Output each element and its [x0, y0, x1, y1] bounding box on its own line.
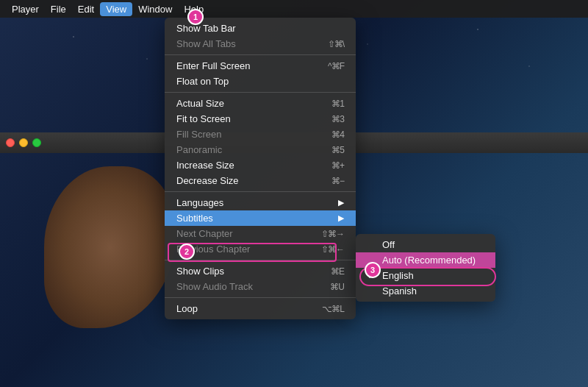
menu-shortcut: ⇧⌘\	[328, 39, 344, 49]
menu-label: Panoramic	[176, 144, 222, 155]
menu-shortcut: ^⌘F	[328, 61, 344, 71]
menu-item-fill-screen: Fill Screen ⌘4	[165, 127, 356, 142]
menu-item-fit-to-screen[interactable]: Fit to Screen ⌘3	[165, 111, 356, 127]
menu-separator-3	[165, 191, 356, 192]
submenu-label: Spanish	[382, 285, 417, 297]
menu-label: Subtitles	[176, 213, 213, 224]
menu-shortcut: ⌘5	[331, 145, 344, 155]
menu-item-show-clips[interactable]: Show Clips ⌘E	[165, 263, 356, 279]
menu-label: Show Audio Track	[176, 281, 253, 292]
menu-label: Show All Tabs	[176, 38, 236, 49]
menu-label: Actual Size	[176, 98, 224, 109]
menu-shortcut: ⌘3	[331, 114, 344, 124]
traffic-light-yellow[interactable]	[19, 138, 28, 147]
menu-shortcut: ⌘E	[331, 266, 344, 277]
languages-arrow-icon: ▶	[338, 198, 344, 207]
menu-label: Enter Full Screen	[176, 60, 250, 71]
menu-item-actual-size[interactable]: Actual Size ⌘1	[165, 96, 356, 111]
traffic-light-green[interactable]	[32, 138, 41, 147]
menu-separator-5	[165, 297, 356, 298]
menu-shortcut: ⌥⌘L	[322, 304, 344, 314]
menu-item-loop[interactable]: Loop ⌥⌘L	[165, 301, 356, 316]
submenu-item-off[interactable]: Off	[356, 237, 495, 252]
step-2-indicator: 2	[179, 244, 195, 260]
menubar-item-edit[interactable]: Edit	[72, 2, 100, 16]
menu-shortcut: ⌘4	[331, 129, 344, 140]
menu-item-float-on-top[interactable]: Float on Top	[165, 74, 356, 89]
menu-shortcut: ⇧⌘←	[321, 244, 344, 255]
menu-shortcut: ⇧⌘→	[321, 229, 344, 239]
menu-label: Show Tab Bar	[176, 23, 236, 34]
menu-item-decrease-size[interactable]: Decrease Size ⌘−	[165, 173, 356, 188]
menu-item-show-all-tabs: Show All Tabs ⇧⌘\	[165, 36, 356, 52]
submenu-label: Auto (Recommended)	[382, 255, 476, 266]
view-dropdown-menu: Show Tab Bar Show All Tabs ⇧⌘\ Enter Ful…	[165, 18, 356, 319]
menu-label: Languages	[176, 197, 223, 208]
menu-label: Show Clips	[176, 266, 224, 277]
menu-item-languages[interactable]: Languages ▶	[165, 195, 356, 210]
menubar-item-file[interactable]: File	[45, 2, 72, 16]
menu-shortcut: ⌘+	[331, 160, 344, 171]
menu-label: Fit to Screen	[176, 113, 231, 124]
menu-item-subtitles[interactable]: Subtitles ▶	[165, 210, 356, 226]
menubar-item-window[interactable]: Window	[132, 2, 178, 16]
menu-label: Next Chapter	[176, 228, 233, 239]
submenu-label: English	[382, 270, 414, 281]
menu-label: Loop	[176, 303, 198, 314]
menubar: Player File Edit View Window Help	[0, 0, 588, 18]
submenu-item-spanish[interactable]: Spanish	[356, 283, 495, 299]
step-3-indicator: 3	[365, 262, 381, 278]
menu-label: Increase Size	[176, 160, 234, 171]
submenu-label: Off	[382, 239, 395, 250]
menubar-item-player[interactable]: Player	[6, 2, 45, 16]
menu-item-show-audio-track: Show Audio Track ⌘U	[165, 279, 356, 294]
menu-shortcut: ⌘1	[331, 99, 344, 109]
menu-separator-1	[165, 54, 356, 55]
menu-label: Fill Screen	[176, 129, 221, 140]
menu-label: Float on Top	[176, 76, 229, 87]
step-1-indicator: 1	[187, 9, 204, 25]
menu-item-panoramic: Panoramic ⌘5	[165, 142, 356, 157]
traffic-light-red[interactable]	[6, 138, 15, 147]
menu-shortcut: ⌘−	[331, 176, 344, 186]
menu-separator-4	[165, 260, 356, 260]
menu-item-next-chapter: Next Chapter ⇧⌘→	[165, 226, 356, 241]
menubar-item-view[interactable]: View	[100, 2, 132, 16]
subtitles-arrow-icon: ▶	[338, 213, 344, 223]
menu-item-enter-full-screen[interactable]: Enter Full Screen ^⌘F	[165, 58, 356, 74]
menu-label: Decrease Size	[176, 175, 239, 186]
menu-separator-2	[165, 92, 356, 93]
menu-item-increase-size[interactable]: Increase Size ⌘+	[165, 157, 356, 173]
menu-shortcut: ⌘U	[330, 282, 344, 292]
